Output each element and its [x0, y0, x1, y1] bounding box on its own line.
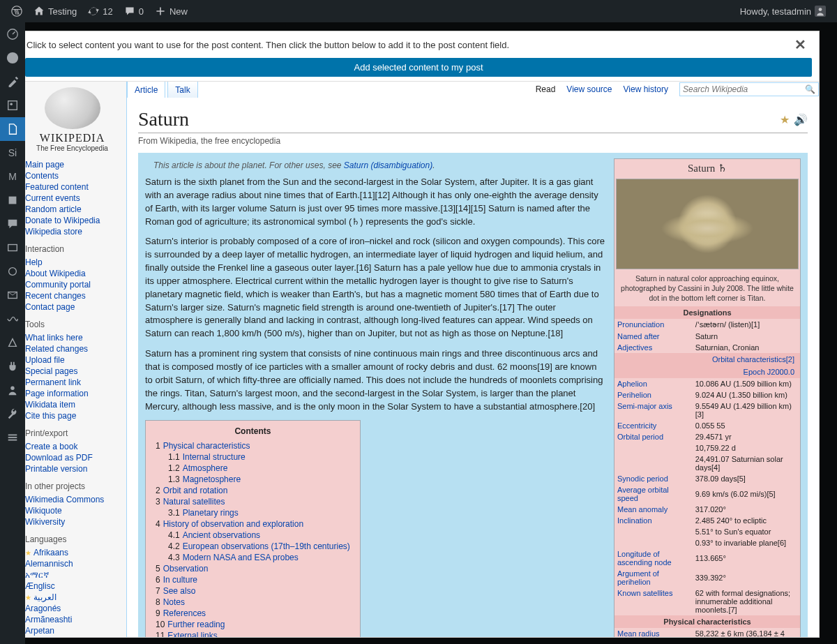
- wp-logo-menu[interactable]: [6, 0, 28, 22]
- wp-admin-bar: Testing 12 0 New Howdy, testadmin: [0, 0, 837, 22]
- comments[interactable]: 0: [119, 0, 149, 22]
- updates[interactable]: 12: [82, 0, 118, 22]
- site-name[interactable]: Testing: [28, 0, 82, 22]
- svg-point-1: [819, 8, 822, 11]
- new-content[interactable]: New: [149, 0, 193, 22]
- my-account[interactable]: Howdy, testadmin: [734, 0, 831, 22]
- svg-point-0: [12, 6, 22, 16]
